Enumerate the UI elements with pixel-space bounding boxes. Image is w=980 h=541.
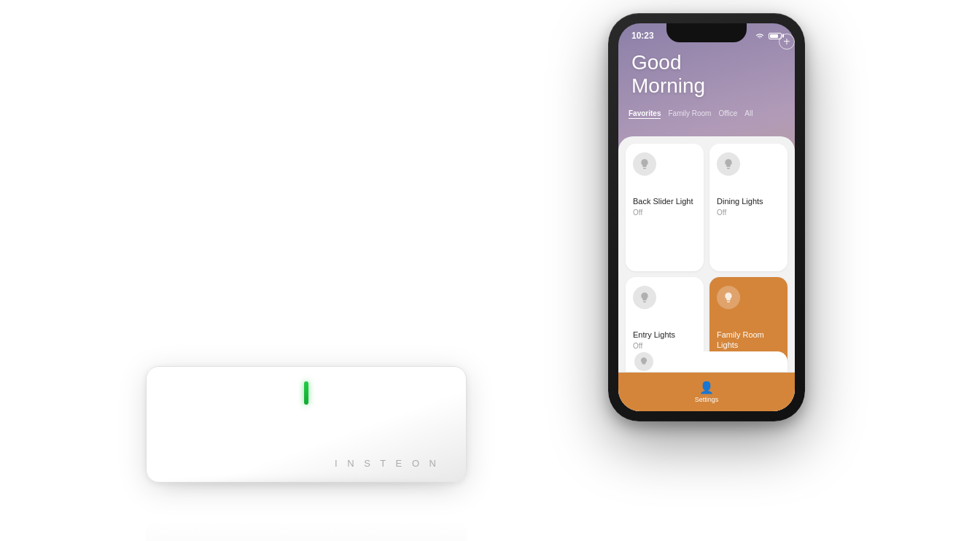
- hub-device: I N S T E O N: [146, 366, 467, 483]
- device-icon-family-room: [717, 286, 740, 309]
- partial-icon: [634, 352, 653, 371]
- device-name-entry: Entry Lights: [633, 330, 696, 340]
- device-name-dining: Dining Lights: [717, 196, 780, 206]
- bulb-icon: [723, 158, 734, 170]
- tab-favorites[interactable]: Favorites: [629, 109, 661, 119]
- add-device-button[interactable]: +: [779, 34, 795, 50]
- hub-wrapper: I N S T E O N: [146, 366, 496, 483]
- device-status-dining: Off: [717, 209, 780, 217]
- bulb-icon-active: [723, 292, 734, 303]
- person-icon: 👤: [699, 381, 714, 394]
- scene: I N S T E O N + 10:23: [0, 0, 980, 541]
- device-name-family-room: Family Room Lights: [717, 330, 780, 351]
- greeting-text: GoodMorning: [631, 51, 782, 98]
- phone-notch: [666, 23, 747, 42]
- phone-wrapper: + 10:23: [608, 13, 805, 421]
- device-status-entry: Off: [633, 342, 696, 350]
- tab-family-room[interactable]: Family Room: [668, 109, 711, 119]
- bulb-icon: [639, 292, 650, 303]
- battery-fill: [770, 34, 778, 38]
- nav-tab-settings[interactable]: 👤 Settings: [618, 373, 795, 411]
- wifi-icon: [755, 32, 765, 39]
- device-icon-dining: [717, 152, 740, 176]
- tab-bar: Favorites Family Room Office All: [618, 106, 795, 125]
- device-status-back-slider: Off: [633, 209, 696, 217]
- status-icons: [755, 32, 782, 39]
- status-time: 10:23: [631, 31, 654, 41]
- device-name-back-slider: Back Slider Light: [633, 196, 696, 206]
- device-card-back-slider[interactable]: Back Slider Light Off: [626, 144, 704, 271]
- greeting-area: GoodMorning: [618, 44, 795, 106]
- partial-bulb-icon: [639, 357, 649, 367]
- partial-card: [626, 351, 788, 372]
- phone-screen: 10:23: [618, 23, 795, 411]
- hub-reflection: [146, 519, 467, 541]
- hub-brand: I N S T E O N: [335, 458, 440, 469]
- device-icon-entry: [633, 286, 656, 309]
- bulb-icon: [639, 158, 650, 170]
- tab-office[interactable]: Office: [718, 109, 737, 119]
- hub-led: [304, 381, 308, 405]
- device-card-dining[interactable]: Dining Lights Off: [709, 144, 788, 271]
- device-icon-back-slider: [633, 152, 656, 176]
- phone-outer: + 10:23: [608, 13, 805, 421]
- nav-label-settings: Settings: [695, 396, 719, 403]
- bottom-nav: 👤 Settings: [618, 372, 795, 411]
- tab-all[interactable]: All: [744, 109, 752, 119]
